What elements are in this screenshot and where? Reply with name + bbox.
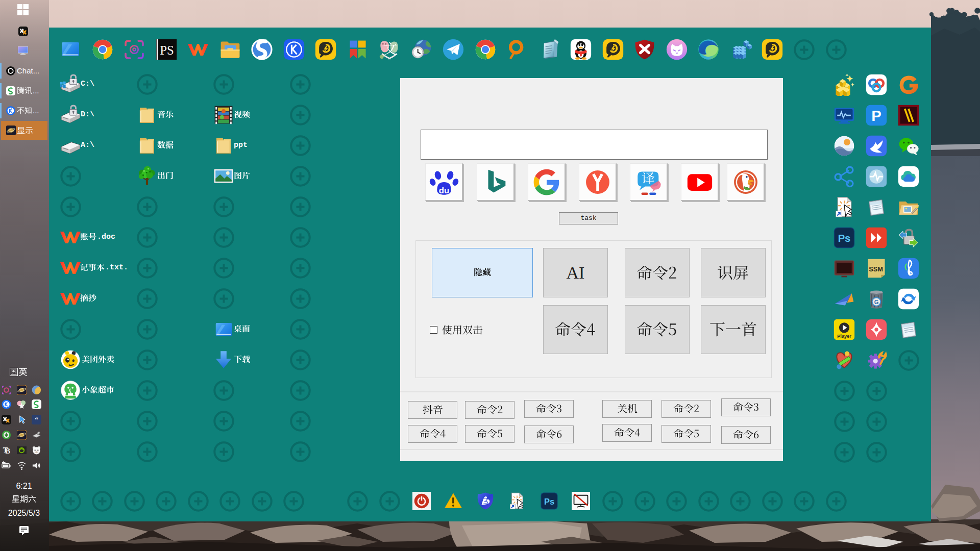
svg-text:B: B <box>6 447 11 455</box>
svg-text:Player: Player <box>837 334 851 339</box>
svg-text:“: “ <box>35 416 38 423</box>
svg-text:du: du <box>439 186 450 195</box>
svg-text:P: P <box>871 107 881 124</box>
svg-text:PS: PS <box>160 43 174 57</box>
svg-text:SSM: SSM <box>869 265 883 273</box>
svg-text:G: G <box>874 299 879 305</box>
svg-text:Ps: Ps <box>838 233 851 244</box>
svg-text:Ps: Ps <box>544 497 554 506</box>
